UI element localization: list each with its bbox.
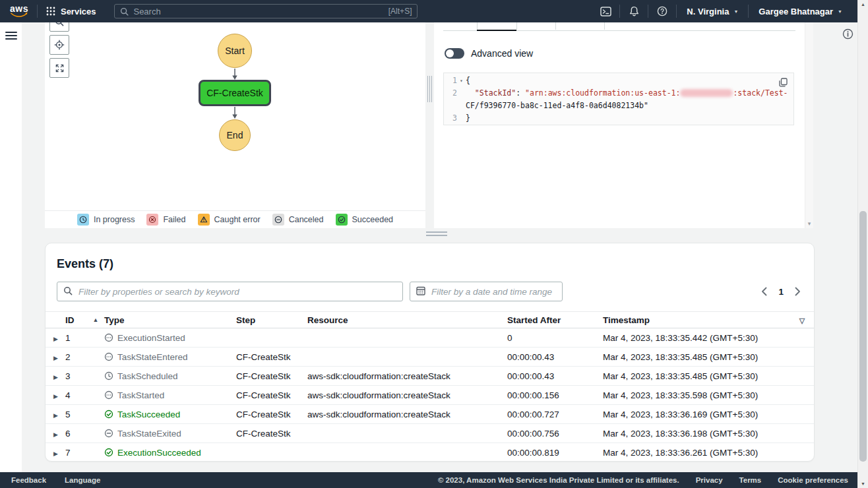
vertical-splitter-handle[interactable] <box>425 22 434 228</box>
aws-logo-text: aws <box>10 5 28 13</box>
table-row[interactable]: ▶7ExecutionSucceeded00:00:00.819Mar 4, 2… <box>46 443 814 462</box>
event-type-label: ExecutionSucceeded <box>117 448 201 458</box>
sort-ascending-icon[interactable]: ▲ <box>93 317 99 323</box>
table-row[interactable]: ▶4TaskStartedCF-CreateStkaws-sdk:cloudfo… <box>46 386 814 405</box>
cell-resource: aws-sdk:cloudformation:createStack <box>307 410 507 419</box>
cell-timestamp: Mar 4, 2023, 18:33:35.485 (GMT+5:30) <box>603 371 790 381</box>
menu-button[interactable] <box>5 30 17 42</box>
cell-started-after: 0 <box>507 333 603 343</box>
line-number: 1 <box>444 75 457 87</box>
task-node-label: CF-CreateStk <box>206 88 263 98</box>
page-scrollbar[interactable]: ▲ ▼ <box>857 0 868 488</box>
feedback-link[interactable]: Feedback <box>11 476 46 484</box>
cookie-preferences-link[interactable]: Cookie preferences <box>778 476 848 484</box>
legend-label: Failed <box>163 215 185 224</box>
search-icon <box>120 7 129 16</box>
table-row[interactable]: ▶2TaskStateEnteredCF-CreateStk00:00:00.4… <box>46 348 814 367</box>
next-page-button[interactable] <box>795 287 801 296</box>
zoom-button[interactable] <box>49 22 69 32</box>
scroll-down-icon[interactable]: ▾ <box>805 220 813 227</box>
region-label: N. Virginia <box>687 7 729 16</box>
aws-logo[interactable]: aws <box>10 5 28 18</box>
cell-step: CF-CreateStk <box>236 390 307 400</box>
horizontal-splitter-handle[interactable] <box>426 231 449 237</box>
row-expand-icon[interactable]: ▶ <box>53 336 58 342</box>
help-button[interactable] <box>648 0 676 22</box>
date-filter-input[interactable] <box>410 282 563 301</box>
panel-scrollbar[interactable]: ▾ <box>805 22 813 228</box>
page-number[interactable]: 1 <box>778 287 784 297</box>
copy-button[interactable] <box>779 78 788 91</box>
ellipsis-circle-icon <box>104 352 113 361</box>
region-selector[interactable]: N. Virginia ▼ <box>677 0 748 22</box>
legend-item: Canceled <box>272 214 324 226</box>
previous-page-button[interactable] <box>761 287 767 296</box>
pagination: 1 <box>761 287 801 297</box>
output-json-editor[interactable]: 1 ▾ { 2 "StackId": "arn:aws:cloudformati… <box>443 73 794 125</box>
cell-timestamp: Mar 4, 2023, 18:33:36.261 (GMT+5:30) <box>603 448 790 458</box>
line-number <box>444 100 457 112</box>
account-menu[interactable]: Gargee Bhatnagar ▼ <box>749 0 852 22</box>
row-expand-icon[interactable]: ▶ <box>53 450 58 457</box>
graph-node-start[interactable]: Start <box>218 34 252 68</box>
column-header-type[interactable]: Type <box>104 315 236 325</box>
table-row[interactable]: ▶3TaskScheduledCF-CreateStkaws-sdk:cloud… <box>46 367 814 386</box>
events-filter-input[interactable] <box>57 282 403 301</box>
column-header-timestamp[interactable]: Timestamp <box>603 315 790 325</box>
redacted-account-id <box>680 89 733 97</box>
fold-caret-icon[interactable]: ▾ <box>457 75 466 87</box>
row-expand-cell: ▶ <box>53 410 65 419</box>
scroll-down-icon[interactable]: ▼ <box>858 481 868 486</box>
account-name-label: Gargee Bhatnagar <box>759 7 833 16</box>
events-title: Events (7) <box>46 243 814 271</box>
legend-label: Canceled <box>289 215 324 224</box>
event-type-label: TaskStarted <box>117 390 164 400</box>
row-expand-icon[interactable]: ▶ <box>53 393 58 400</box>
global-search-bar[interactable]: [Alt+S] <box>114 4 418 18</box>
row-expand-icon[interactable]: ▶ <box>53 355 58 361</box>
cloudshell-button[interactable] <box>592 0 619 22</box>
terms-link[interactable]: Terms <box>739 476 762 484</box>
advanced-view-toggle[interactable] <box>445 48 464 59</box>
active-tab-indicator[interactable] <box>477 30 516 31</box>
column-header-id[interactable]: ID ▲ <box>65 315 104 325</box>
filter-triangle-icon: ▽ <box>799 317 805 324</box>
tab-separator <box>604 22 605 30</box>
info-button[interactable] <box>842 28 853 40</box>
row-expand-icon[interactable]: ▶ <box>53 412 58 419</box>
table-row[interactable]: ▶6TaskStateExitedCF-CreateStk00:00:00.75… <box>46 424 814 443</box>
column-header-step[interactable]: Step <box>236 315 307 325</box>
cloudshell-terminal-icon <box>600 7 611 16</box>
row-expand-icon[interactable]: ▶ <box>53 374 58 381</box>
column-header-started-after[interactable]: Started After <box>507 315 603 325</box>
global-search-input[interactable] <box>133 7 383 16</box>
notifications-button[interactable] <box>620 0 648 22</box>
language-link[interactable]: Language <box>65 476 100 484</box>
table-row[interactable]: ▶1ExecutionStarted0Mar 4, 2023, 18:33:35… <box>46 328 814 348</box>
graph-node-task[interactable]: CF-CreateStk <box>199 80 271 106</box>
legend-item: In progress <box>77 214 135 226</box>
scrollbar-thumb[interactable] <box>859 211 867 462</box>
cell-id: 4 <box>65 390 104 400</box>
search-shortcut-hint: [Alt+S] <box>388 7 412 16</box>
events-table-body: ▶1ExecutionStarted0Mar 4, 2023, 18:33:35… <box>46 328 814 462</box>
table-row[interactable]: ▶5TaskSucceededCF-CreateStkaws-sdk:cloud… <box>46 405 814 424</box>
services-menu-button[interactable]: Services <box>46 7 96 16</box>
row-expand-icon[interactable]: ▶ <box>53 431 58 438</box>
circle-x-icon <box>146 214 158 226</box>
events-panel: Events (7) <box>45 243 815 462</box>
bell-icon <box>629 6 639 16</box>
json-string: "arn:aws:cloudformation:us-east-1: <box>525 88 680 98</box>
fit-to-screen-button[interactable] <box>49 58 69 78</box>
advanced-view-label: Advanced view <box>471 48 533 59</box>
center-graph-button[interactable] <box>49 35 69 55</box>
scroll-up-icon[interactable]: ▲ <box>858 2 868 7</box>
graph-node-end[interactable]: End <box>219 119 251 151</box>
privacy-link[interactable]: Privacy <box>696 476 723 484</box>
column-header-resource[interactable]: Resource <box>307 315 507 325</box>
cell-step: CF-CreateStk <box>236 352 307 362</box>
cell-id: 7 <box>65 448 104 458</box>
cell-type: TaskStarted <box>104 390 236 400</box>
row-expand-cell: ▶ <box>53 333 65 343</box>
column-filter-button[interactable]: ▽ <box>790 315 814 325</box>
